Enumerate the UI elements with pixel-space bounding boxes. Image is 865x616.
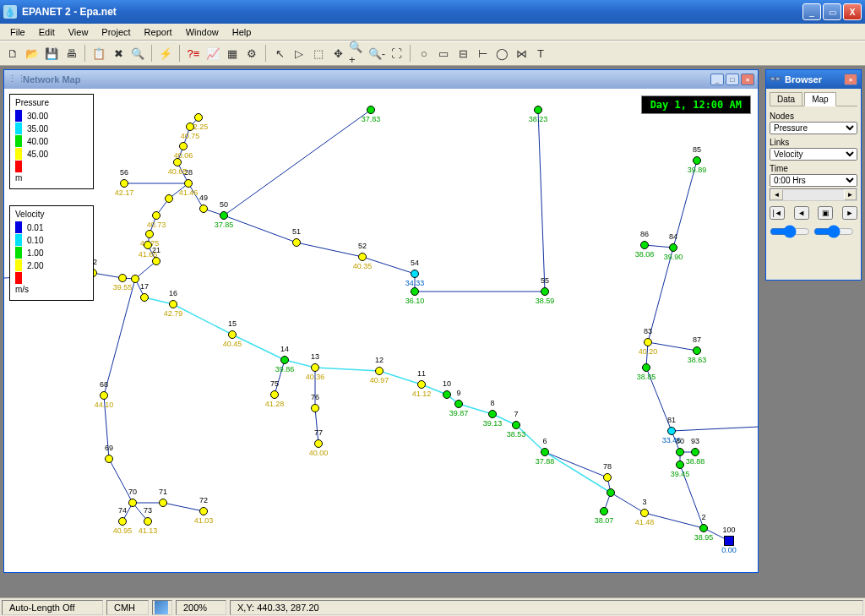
menu-report[interactable]: Report xyxy=(138,25,179,39)
label-icon[interactable]: T xyxy=(531,44,550,63)
vertex-icon[interactable]: ▷ xyxy=(290,44,308,63)
menu-window[interactable]: Window xyxy=(179,25,226,39)
node-49[interactable] xyxy=(199,204,208,213)
browser-titlebar[interactable]: 👓 Browser × xyxy=(766,70,861,89)
node-12[interactable] xyxy=(375,367,384,375)
menu-file[interactable]: File xyxy=(3,25,32,39)
tank-icon[interactable]: ⊟ xyxy=(454,44,472,63)
speed-slider-1[interactable] xyxy=(770,225,810,238)
node-unnamed[interactable] xyxy=(144,241,152,249)
node-9[interactable] xyxy=(454,400,463,408)
forward-button[interactable]: ► xyxy=(842,206,857,220)
browser-close-button[interactable]: × xyxy=(844,74,857,85)
node-74[interactable] xyxy=(118,517,127,526)
node-69[interactable] xyxy=(105,455,113,463)
node-87[interactable] xyxy=(693,346,701,355)
menu-help[interactable]: Help xyxy=(226,25,258,39)
menu-view[interactable]: View xyxy=(62,25,95,39)
node-85[interactable] xyxy=(693,156,701,165)
run-icon[interactable]: ⚡ xyxy=(156,44,175,63)
scroll-left-icon[interactable]: ◄ xyxy=(770,189,783,200)
node-unnamed[interactable] xyxy=(642,363,650,372)
node-unnamed[interactable] xyxy=(607,488,615,497)
node-55[interactable] xyxy=(541,287,549,296)
graph-icon[interactable]: 📈 xyxy=(204,44,222,63)
node-2[interactable] xyxy=(699,524,708,532)
node-3[interactable] xyxy=(640,509,649,517)
node-unnamed[interactable] xyxy=(186,123,194,131)
reservoir-icon[interactable]: ▭ xyxy=(434,44,453,63)
node-77[interactable] xyxy=(314,439,323,448)
minimize-button[interactable]: _ xyxy=(802,3,821,20)
node-15[interactable] xyxy=(228,330,237,339)
speed-slider-2[interactable] xyxy=(813,225,854,238)
pump-icon[interactable]: ◯ xyxy=(492,44,511,63)
node-68[interactable] xyxy=(100,391,108,400)
node-14[interactable] xyxy=(280,356,289,364)
links-combo[interactable]: Velocity xyxy=(770,148,857,161)
pipe-icon[interactable]: ⊢ xyxy=(473,44,492,63)
node-100[interactable] xyxy=(724,536,734,546)
valve-icon[interactable]: ⋈ xyxy=(512,44,530,63)
node-52[interactable] xyxy=(358,253,367,261)
node-unnamed[interactable] xyxy=(165,194,173,203)
map-min-button[interactable]: _ xyxy=(710,74,724,85)
node-28[interactable] xyxy=(184,179,193,188)
menu-project[interactable]: Project xyxy=(95,25,137,39)
node-56[interactable] xyxy=(120,179,128,188)
node-72[interactable] xyxy=(199,507,208,515)
find-icon[interactable]: 🔍 xyxy=(128,44,147,63)
copy-icon[interactable]: 📋 xyxy=(90,44,108,63)
region-icon[interactable]: ⬚ xyxy=(309,44,328,63)
node-6[interactable] xyxy=(541,448,549,456)
map-canvas[interactable]: 5642.172841.4642.2540.7540.0640.65495037… xyxy=(4,89,758,572)
node-78[interactable] xyxy=(603,473,612,482)
node-71[interactable] xyxy=(159,499,167,507)
new-icon[interactable]: 🗋 xyxy=(3,44,22,63)
zoomout-icon[interactable]: 🔍- xyxy=(367,44,386,63)
save-icon[interactable]: 💾 xyxy=(42,44,61,63)
node-54[interactable] xyxy=(411,270,419,278)
node-unnamed[interactable] xyxy=(152,211,160,220)
node-86[interactable] xyxy=(640,241,649,249)
node-unnamed[interactable] xyxy=(534,106,542,114)
zoomin-icon[interactable]: 🔍+ xyxy=(348,44,367,63)
map-titlebar[interactable]: ⋮⋮ Network Map _ □ × xyxy=(4,70,758,89)
node-8[interactable] xyxy=(488,410,497,418)
map-max-button[interactable]: □ xyxy=(726,74,739,85)
time-combo[interactable]: 0:00 Hrs xyxy=(770,174,857,187)
node-unnamed[interactable] xyxy=(179,142,188,150)
node-83[interactable] xyxy=(644,338,652,346)
nodes-combo[interactable]: Pressure xyxy=(770,122,857,134)
velocity-legend[interactable]: Velocity 0.010.101.002.00 m/s xyxy=(9,205,94,301)
time-scrollbar[interactable]: ◄ ► xyxy=(770,188,857,201)
junction-icon[interactable]: ○ xyxy=(415,44,433,63)
back-button[interactable]: ◄ xyxy=(794,206,809,220)
node-93[interactable] xyxy=(691,448,699,456)
node-unnamed[interactable] xyxy=(676,461,684,469)
pan-icon[interactable]: ✥ xyxy=(329,44,347,63)
rewind-button[interactable]: |◄ xyxy=(770,206,785,220)
node-unnamed[interactable] xyxy=(367,106,375,114)
node-70[interactable] xyxy=(128,499,137,507)
tab-data[interactable]: Data xyxy=(770,92,802,106)
stop-button[interactable]: ▣ xyxy=(818,206,833,220)
node-unnamed[interactable] xyxy=(145,230,154,238)
node-unnamed[interactable] xyxy=(118,274,127,282)
delete-icon[interactable]: ✖ xyxy=(109,44,128,63)
select-icon[interactable]: ↖ xyxy=(270,44,289,63)
print-icon[interactable]: 🖶 xyxy=(62,44,80,63)
node-13[interactable] xyxy=(311,363,319,372)
node-10[interactable] xyxy=(443,390,451,399)
node-17[interactable] xyxy=(140,293,149,302)
node-unnamed[interactable] xyxy=(411,287,419,296)
node-11[interactable] xyxy=(417,380,426,389)
node-80[interactable] xyxy=(676,448,684,456)
tab-map[interactable]: Map xyxy=(804,92,835,106)
node-73[interactable] xyxy=(144,517,152,526)
scroll-right-icon[interactable]: ► xyxy=(844,189,857,200)
node-21[interactable] xyxy=(152,257,160,265)
node-76[interactable] xyxy=(311,404,319,412)
node-unnamed[interactable] xyxy=(194,113,203,122)
node-75[interactable] xyxy=(270,390,279,399)
